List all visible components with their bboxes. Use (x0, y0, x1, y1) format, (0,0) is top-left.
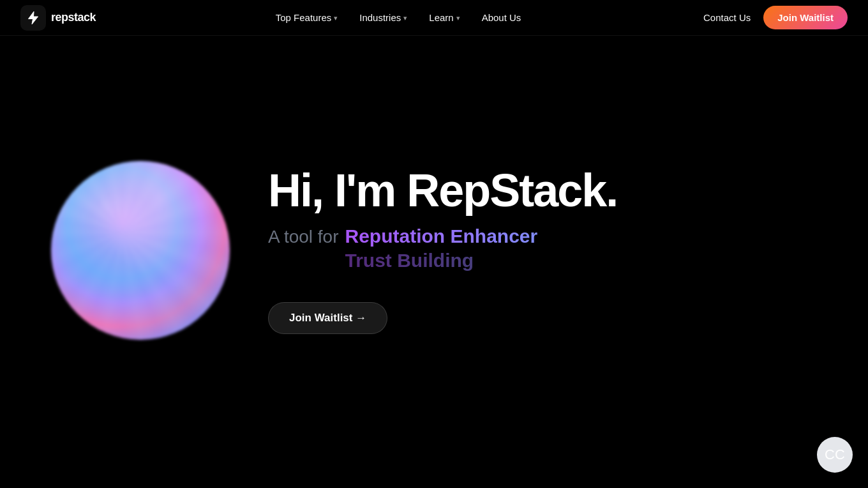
chevron-down-icon: ▾ (334, 14, 338, 22)
logo-text: repstack (51, 11, 96, 24)
chat-icon: CC (825, 446, 845, 463)
hero-text: Hi, I'm RepStack. A tool for Reputation … (268, 167, 817, 334)
animated-line-trust: Trust Building (345, 250, 538, 271)
orb-texture (51, 161, 230, 340)
hero-subtitle-prefix: A tool for (268, 227, 339, 247)
join-waitlist-button[interactable]: Join Waitlist (763, 6, 848, 29)
hero-orb (51, 161, 230, 340)
chevron-down-icon: ▾ (456, 14, 460, 22)
hero-cta: Join Waitlist → (268, 302, 817, 334)
nav-item-industries[interactable]: Industries ▾ (350, 7, 416, 28)
hero-subtitle: A tool for Reputation Enhancer Trust Bui… (268, 225, 817, 277)
nav-about-us-label: About Us (482, 12, 521, 23)
nav-right: Contact Us Join Waitlist (701, 6, 848, 29)
chat-bubble[interactable]: CC (817, 437, 853, 473)
hero-title: Hi, I'm RepStack. (268, 167, 817, 215)
hero-section: Hi, I'm RepStack. A tool for Reputation … (0, 0, 868, 488)
contact-link[interactable]: Contact Us (701, 7, 753, 28)
hero-content: Hi, I'm RepStack. A tool for Reputation … (51, 161, 817, 340)
chevron-down-icon: ▾ (403, 14, 407, 22)
animated-text-container: Reputation Enhancer Trust Building (345, 225, 538, 277)
orb-visual (51, 161, 230, 340)
animated-line-reputation: Reputation Enhancer (345, 225, 538, 247)
nav-center: Top Features ▾ Industries ▾ Learn ▾ Abou… (267, 7, 530, 28)
nav-logo-group: repstack (20, 5, 96, 31)
nav-industries-label: Industries (359, 12, 401, 23)
hero-join-waitlist-button[interactable]: Join Waitlist → (268, 302, 387, 334)
logo-icon[interactable] (20, 5, 46, 31)
navbar: repstack Top Features ▾ Industries ▾ Lea… (0, 0, 868, 36)
nav-item-learn[interactable]: Learn ▾ (420, 7, 468, 28)
nav-item-about-us[interactable]: About Us (473, 7, 530, 28)
nav-learn-label: Learn (429, 12, 453, 23)
nav-top-features-label: Top Features (276, 12, 332, 23)
nav-item-top-features[interactable]: Top Features ▾ (267, 7, 347, 28)
